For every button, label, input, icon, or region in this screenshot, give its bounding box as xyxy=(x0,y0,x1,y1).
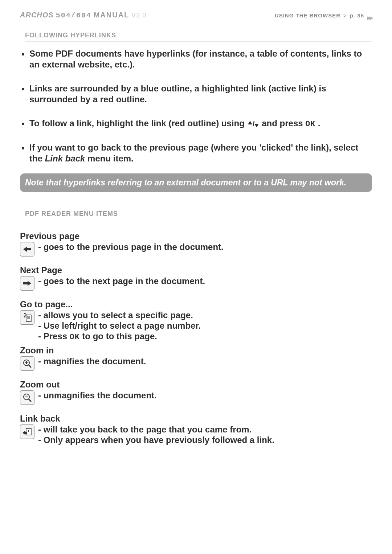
svg-text:/: / xyxy=(253,120,255,128)
bullet-item: Some PDF documents have hyperlinks (for … xyxy=(29,48,372,70)
section-pdf-menu-items: PDF READER MENU ITEMS xyxy=(25,210,372,220)
link-back-icon xyxy=(20,424,34,439)
menu-item-zoom-in: Zoom in magnifies the document. xyxy=(20,345,372,371)
menu-item-next-page: Next Page goes to the next page in the d… xyxy=(20,265,372,291)
next-page-icon xyxy=(20,276,34,291)
go-to-page-icon xyxy=(20,310,34,325)
text: menu item. xyxy=(87,153,134,163)
menu-desc: magnifies the document. xyxy=(38,356,146,367)
link-back-term: Link back xyxy=(45,153,85,163)
menu-desc: unmagnifies the document. xyxy=(38,390,157,401)
section-following-hyperlinks: FOLLOWING HYPERLINKS xyxy=(25,32,372,42)
manual-label: MANUAL xyxy=(94,11,130,19)
page-header: ARCHOS 504/604 MANUAL V2.0 USING THE BRO… xyxy=(20,11,372,22)
menu-item-zoom-out: Zoom out unmagnifies the document. xyxy=(20,379,372,405)
menu-title: Zoom out xyxy=(20,379,372,390)
up-down-arrows-icon: / xyxy=(247,120,260,128)
zoom-out-icon xyxy=(20,390,34,405)
menu-desc: Use left/right to select a page number. xyxy=(38,321,201,331)
svg-marker-3 xyxy=(23,247,31,252)
menu-title: Previous page xyxy=(20,231,372,241)
svg-marker-4 xyxy=(23,281,31,286)
ok-button-symbol: OK xyxy=(305,120,315,128)
svg-marker-2 xyxy=(254,124,259,127)
menu-title: Zoom in xyxy=(20,345,372,356)
forward-icon: ▶▶ xyxy=(367,15,372,21)
breadcrumb-section: USING THE BROWSER xyxy=(275,12,340,19)
menu-title: Link back xyxy=(20,414,372,424)
brand-logo: ARCHOS xyxy=(20,11,54,19)
menu-desc: allows you to select a specific page. xyxy=(38,310,201,321)
menu-item-link-back: Link back will take you back to the page… xyxy=(20,414,372,446)
chevron-icon: > xyxy=(343,12,347,19)
bullet-item: To follow a link, highlight the link (re… xyxy=(29,118,372,129)
menu-desc: Only appears when you have previously fo… xyxy=(38,435,274,446)
text: and press xyxy=(262,118,305,128)
menu-title: Go to page... xyxy=(20,299,372,309)
svg-marker-0 xyxy=(248,121,252,124)
previous-page-icon xyxy=(20,242,34,257)
svg-line-14 xyxy=(29,399,31,402)
text: to go to this page. xyxy=(80,331,157,341)
note-callout: Note that hyperlinks referring to an ext… xyxy=(20,173,372,192)
menu-title: Next Page xyxy=(20,265,372,275)
menu-desc: goes to the previous page in the documen… xyxy=(38,242,224,253)
bullet-item: Links are surrounded by a blue outline, … xyxy=(29,83,372,105)
ok-button-symbol: OK xyxy=(70,333,80,341)
header-right: USING THE BROWSER > p. 35 ▶▶ xyxy=(275,12,372,19)
text: Press xyxy=(44,331,70,341)
menu-item-previous-page: Previous page goes to the previous page … xyxy=(20,231,372,257)
zoom-in-icon xyxy=(20,356,34,371)
svg-line-10 xyxy=(29,365,31,368)
menu-item-go-to-page: Go to page... allows you to select a spe… xyxy=(20,299,372,342)
text: To follow a link, highlight the link (re… xyxy=(29,118,247,128)
svg-rect-5 xyxy=(26,315,31,321)
text: . xyxy=(318,118,320,128)
page-number: p. 35 xyxy=(350,12,364,19)
menu-desc: Press OK to go to this page. xyxy=(38,331,201,342)
bullet-item: If you want to go back to the previous p… xyxy=(29,142,372,164)
menu-desc: goes to the next page in the document. xyxy=(38,276,205,287)
menu-desc: will take you back to the page that you … xyxy=(38,424,274,435)
version-label: V2.0 xyxy=(131,12,146,19)
manual-page: ARCHOS 504/604 MANUAL V2.0 USING THE BRO… xyxy=(0,0,392,467)
hyperlinks-bullet-list: Some PDF documents have hyperlinks (for … xyxy=(20,48,372,164)
header-left: ARCHOS 504/604 MANUAL V2.0 xyxy=(20,11,146,20)
model-label: 504/604 xyxy=(56,11,91,20)
